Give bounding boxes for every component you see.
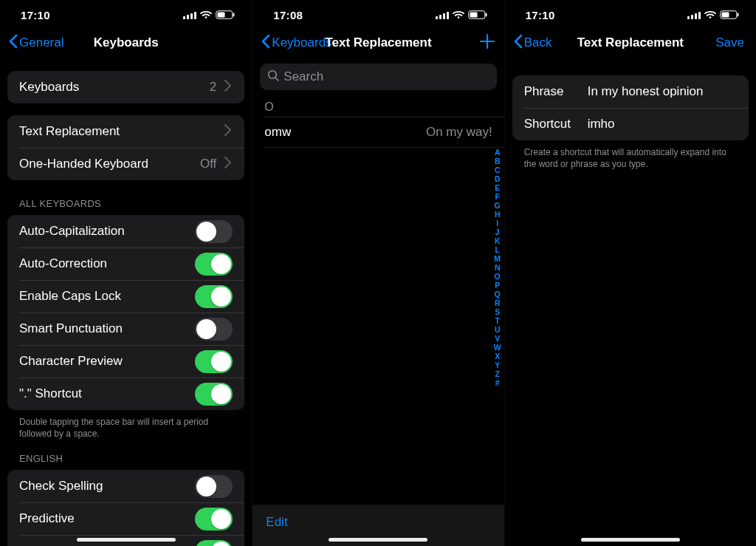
screen-text-replacement-list: 17:08 Keyboards Text Replacement O omw O…	[252, 0, 504, 546]
shortcut-value[interactable]: imho	[588, 117, 737, 132]
status-time: 17:08	[273, 9, 303, 21]
toggle-switch[interactable]	[195, 540, 233, 546]
signal-icon	[436, 11, 449, 19]
back-button[interactable]: General	[7, 34, 63, 52]
index-letter[interactable]: U	[495, 325, 501, 334]
index-section-header: O	[252, 90, 504, 117]
chevron-right-icon	[222, 79, 233, 96]
index-letter[interactable]: J	[495, 228, 500, 236]
nav-bar: General Keyboards	[0, 27, 252, 59]
toggle-switch[interactable]	[195, 508, 233, 530]
battery-icon	[720, 10, 740, 19]
wifi-icon	[704, 10, 716, 19]
status-time: 17:10	[526, 9, 555, 21]
battery-icon	[216, 10, 236, 19]
row-shortcut[interactable]: Shortcut imho	[512, 108, 749, 140]
index-letter[interactable]: B	[495, 157, 501, 165]
chevron-back-icon	[512, 34, 524, 52]
keyboards-count: 2	[210, 80, 216, 95]
index-letter[interactable]: T	[495, 316, 499, 325]
index-letter[interactable]: R	[495, 298, 501, 307]
shortcut-text: omw	[264, 125, 291, 140]
index-letter[interactable]: G	[495, 201, 501, 210]
back-button[interactable]: Back	[512, 34, 552, 52]
phrase-label: Phrase	[524, 84, 576, 99]
expansion-text: On my way!	[426, 125, 492, 140]
nav-bar: Back Text Replacement Save	[505, 27, 756, 59]
index-letter[interactable]: H	[495, 210, 501, 219]
one-handed-value: Off	[200, 157, 216, 171]
search-bar[interactable]	[260, 64, 496, 90]
row-text-replacement[interactable]: Text Replacement	[7, 115, 244, 148]
index-letter[interactable]: E	[495, 183, 500, 192]
index-letter[interactable]: #	[495, 378, 500, 387]
toggle-row: Enable Caps Lock	[7, 280, 244, 313]
toggle-label: Auto-Correction	[19, 256, 107, 271]
wifi-icon	[453, 10, 464, 19]
index-letter[interactable]: A	[495, 148, 501, 157]
index-letter[interactable]: D	[495, 174, 501, 183]
index-letter[interactable]: N	[495, 263, 501, 272]
status-time: 17:10	[21, 9, 50, 21]
toggle-row: Character Preview	[7, 345, 244, 378]
toggle-switch[interactable]	[195, 285, 233, 308]
back-button[interactable]: Keyboards	[260, 34, 331, 52]
toggle-switch[interactable]	[195, 220, 233, 243]
toggle-switch[interactable]	[195, 475, 233, 498]
section-footer-all-keyboards: Double tapping the space bar will insert…	[0, 410, 252, 440]
index-letter[interactable]: C	[495, 165, 501, 174]
toggle-row: Check Spelling	[7, 470, 244, 502]
toggle-row: Auto-Correction	[7, 248, 244, 280]
section-header-english: ENGLISH	[0, 453, 252, 464]
toggle-row: Auto-Capitalization	[7, 215, 244, 248]
index-letter[interactable]: Y	[495, 361, 500, 369]
index-letter[interactable]: Z	[495, 369, 499, 378]
search-input[interactable]	[284, 69, 489, 84]
back-label: Keyboards	[272, 35, 331, 50]
wifi-icon	[200, 10, 212, 19]
chevron-right-icon	[222, 156, 233, 173]
toggle-switch[interactable]	[195, 318, 233, 341]
status-bar: 17:10	[0, 0, 252, 27]
add-button[interactable]	[479, 33, 495, 52]
back-label: General	[19, 35, 63, 50]
index-letter[interactable]: W	[494, 343, 501, 352]
toggle-label: Auto-Capitalization	[19, 224, 125, 239]
index-letter[interactable]: F	[495, 192, 499, 201]
toggle-switch[interactable]	[195, 383, 233, 406]
phrase-value[interactable]: In my honest opinion	[588, 84, 737, 99]
index-letter[interactable]: M	[494, 254, 501, 263]
index-letter[interactable]: V	[495, 334, 500, 343]
index-letter[interactable]: S	[495, 307, 500, 316]
shortcut-label: Shortcut	[524, 117, 576, 132]
back-label: Back	[524, 35, 552, 50]
toggle-label: Check Spelling	[19, 479, 103, 494]
index-letter[interactable]: K	[495, 236, 501, 245]
save-button[interactable]: Save	[715, 35, 744, 50]
status-bar: 17:08	[252, 0, 504, 27]
home-indicator[interactable]	[329, 538, 427, 542]
toggle-label: "." Shortcut	[19, 386, 82, 401]
index-letter[interactable]: X	[495, 352, 500, 361]
edit-button[interactable]: Edit	[266, 515, 287, 530]
replacement-row[interactable]: omw On my way!	[252, 117, 504, 147]
home-indicator[interactable]	[581, 538, 680, 542]
row-one-handed[interactable]: One-Handed Keyboard Off	[7, 148, 244, 180]
toggle-label: Predictive	[19, 511, 75, 526]
chevron-right-icon	[222, 123, 233, 140]
row-keyboards[interactable]: Keyboards 2	[7, 71, 244, 103]
screen-keyboards: 17:10 General Keyboards Keyboards 2 T	[0, 0, 252, 546]
index-letter[interactable]: I	[496, 219, 498, 228]
row-label: Keyboards	[19, 80, 79, 95]
index-letter[interactable]: L	[495, 245, 499, 254]
home-indicator[interactable]	[77, 538, 176, 542]
index-letter[interactable]: Q	[495, 290, 501, 298]
toggle-switch[interactable]	[195, 350, 233, 373]
toggle-switch[interactable]	[195, 253, 233, 276]
index-letter[interactable]: O	[495, 272, 501, 281]
toggle-row: Predictive	[7, 502, 244, 535]
row-phrase[interactable]: Phrase In my honest opinion	[512, 75, 749, 108]
index-letter[interactable]: P	[495, 281, 500, 290]
toggle-row: "." Shortcut	[7, 378, 244, 410]
alphabet-index[interactable]: ABCDEFGHIJKLMNOPQRSTUVWXYZ#	[494, 148, 501, 387]
